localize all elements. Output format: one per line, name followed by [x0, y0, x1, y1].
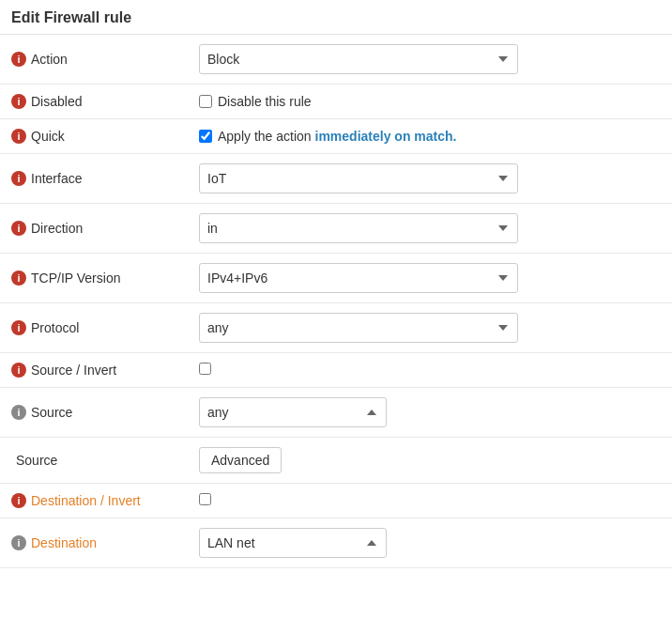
direction-label: Direction — [31, 221, 83, 236]
interface-row: i Interface IoT LAN WAN — [0, 154, 672, 204]
interface-select[interactable]: IoT LAN WAN — [199, 163, 518, 193]
direction-row: i Direction in out any — [0, 204, 672, 254]
protocol-label: Protocol — [31, 320, 79, 335]
quick-checkbox[interactable] — [199, 130, 212, 143]
destination-select[interactable]: LAN net any WAN net single host or alias… — [199, 528, 387, 558]
protocol-select[interactable]: any TCP UDP TCP/UDP ICMP — [199, 313, 518, 343]
destination-invert-info-icon: i — [11, 493, 26, 508]
quick-label: Quick — [31, 129, 65, 144]
disabled-checkbox-label: Disable this rule — [218, 94, 312, 109]
source-advanced-label: Source — [11, 453, 57, 468]
source-invert-info-icon: i — [11, 363, 26, 378]
destination-invert-label: Destination / Invert — [31, 493, 141, 508]
destination-label: Destination — [31, 535, 97, 550]
destination-row: i Destination LAN net any WAN net single… — [0, 518, 672, 568]
advanced-button[interactable]: Advanced — [199, 447, 282, 473]
interface-info-icon: i — [11, 171, 26, 186]
quick-row: i Quick Apply the action immediately on … — [0, 119, 672, 154]
action-info-icon: i — [11, 52, 26, 67]
destination-info-icon: i — [11, 535, 26, 550]
disabled-checkbox[interactable] — [199, 95, 212, 108]
protocol-row: i Protocol any TCP UDP TCP/UDP ICMP — [0, 303, 672, 353]
tcpip-label: TCP/IP Version — [31, 271, 120, 286]
interface-label: Interface — [31, 171, 82, 186]
source-label: Source — [31, 405, 72, 420]
tcpip-version-row: i TCP/IP Version IPv4+IPv6 IPv4 IPv6 — [0, 254, 672, 303]
quick-info-icon: i — [11, 129, 26, 144]
source-advanced-row: Source Advanced — [0, 438, 672, 484]
destination-invert-row: i Destination / Invert — [0, 484, 672, 518]
protocol-info-icon: i — [11, 320, 26, 335]
quick-checkbox-label: Apply the action immediately on match. — [218, 129, 456, 144]
action-select[interactable]: Block Pass Reject — [199, 44, 518, 74]
source-row: i Source any LAN net WAN net single host… — [0, 388, 672, 438]
tcpip-select[interactable]: IPv4+IPv6 IPv4 IPv6 — [199, 263, 518, 293]
tcpip-info-icon: i — [11, 271, 26, 286]
direction-info-icon: i — [11, 221, 26, 236]
source-invert-row: i Source / Invert — [0, 353, 672, 388]
source-info-icon: i — [11, 405, 26, 420]
disabled-info-icon: i — [11, 94, 26, 109]
action-row: i Action Block Pass Reject — [0, 35, 672, 85]
action-label: Action — [31, 52, 68, 67]
disabled-label: Disabled — [31, 94, 82, 109]
disabled-row: i Disabled Disable this rule — [0, 85, 672, 119]
direction-select[interactable]: in out any — [199, 213, 518, 243]
destination-invert-checkbox[interactable] — [199, 493, 211, 505]
source-invert-label: Source / Invert — [31, 363, 116, 378]
source-select[interactable]: any LAN net WAN net single host or alias… — [199, 397, 387, 427]
source-invert-checkbox[interactable] — [199, 363, 211, 375]
page-title: Edit Firewall rule — [0, 0, 672, 35]
